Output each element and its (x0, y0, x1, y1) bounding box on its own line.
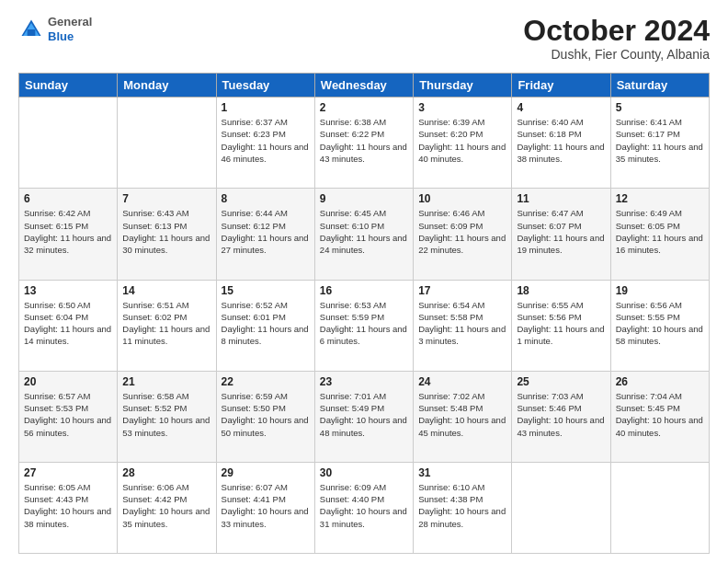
page: General Blue October 2024 Dushk, Fier Co… (0, 0, 728, 563)
day-detail: Sunrise: 6:09 AM Sunset: 4:40 PM Dayligh… (320, 481, 408, 530)
table-row (118, 98, 216, 189)
day-number: 23 (320, 375, 408, 388)
calendar-subtitle: Dushk, Fier County, Albania (523, 47, 710, 62)
table-row: 12Sunrise: 6:49 AM Sunset: 6:05 PM Dayli… (610, 189, 709, 280)
day-number: 11 (517, 192, 605, 205)
table-row: 23Sunrise: 7:01 AM Sunset: 5:49 PM Dayli… (314, 371, 413, 462)
day-number: 10 (418, 192, 506, 205)
table-row: 11Sunrise: 6:47 AM Sunset: 6:07 PM Dayli… (512, 189, 610, 280)
calendar-row: 27Sunrise: 6:05 AM Sunset: 4:43 PM Dayli… (19, 462, 710, 553)
logo-general: General (48, 15, 92, 29)
table-row: 14Sunrise: 6:51 AM Sunset: 6:02 PM Dayli… (118, 280, 216, 371)
day-number: 3 (418, 101, 506, 114)
table-row: 7Sunrise: 6:43 AM Sunset: 6:13 PM Daylig… (118, 189, 216, 280)
logo-text: General Blue (48, 15, 92, 43)
col-saturday: Saturday (610, 74, 709, 98)
table-row: 1Sunrise: 6:37 AM Sunset: 6:23 PM Daylig… (216, 98, 314, 189)
calendar-table: Sunday Monday Tuesday Wednesday Thursday… (18, 73, 710, 554)
day-detail: Sunrise: 6:46 AM Sunset: 6:09 PM Dayligh… (418, 207, 506, 256)
calendar-row: 20Sunrise: 6:57 AM Sunset: 5:53 PM Dayli… (19, 371, 710, 462)
table-row: 5Sunrise: 6:41 AM Sunset: 6:17 PM Daylig… (610, 98, 709, 189)
day-detail: Sunrise: 6:57 AM Sunset: 5:53 PM Dayligh… (24, 390, 112, 439)
table-row: 2Sunrise: 6:38 AM Sunset: 6:22 PM Daylig… (314, 98, 413, 189)
day-number: 20 (24, 375, 112, 388)
day-number: 19 (616, 284, 704, 297)
table-row: 16Sunrise: 6:53 AM Sunset: 5:59 PM Dayli… (314, 280, 413, 371)
table-row (19, 98, 118, 189)
day-detail: Sunrise: 6:37 AM Sunset: 6:23 PM Dayligh… (222, 116, 310, 165)
calendar-row: 13Sunrise: 6:50 AM Sunset: 6:04 PM Dayli… (19, 280, 710, 371)
table-row: 8Sunrise: 6:44 AM Sunset: 6:12 PM Daylig… (216, 189, 314, 280)
table-row (512, 462, 610, 553)
table-row: 15Sunrise: 6:52 AM Sunset: 6:01 PM Dayli… (216, 280, 314, 371)
table-row: 10Sunrise: 6:46 AM Sunset: 6:09 PM Dayli… (414, 189, 512, 280)
day-detail: Sunrise: 6:55 AM Sunset: 5:56 PM Dayligh… (517, 299, 605, 348)
table-row: 4Sunrise: 6:40 AM Sunset: 6:18 PM Daylig… (512, 98, 610, 189)
day-detail: Sunrise: 6:38 AM Sunset: 6:22 PM Dayligh… (320, 116, 408, 165)
day-detail: Sunrise: 6:45 AM Sunset: 6:10 PM Dayligh… (320, 207, 408, 256)
col-wednesday: Wednesday (314, 74, 413, 98)
day-number: 4 (517, 101, 605, 114)
title-block: October 2024 Dushk, Fier County, Albania (523, 15, 710, 62)
day-detail: Sunrise: 6:47 AM Sunset: 6:07 PM Dayligh… (517, 207, 605, 256)
day-number: 17 (418, 284, 506, 297)
logo-blue: Blue (48, 29, 92, 44)
calendar-row: 6Sunrise: 6:42 AM Sunset: 6:15 PM Daylig… (19, 189, 710, 280)
day-number: 15 (222, 284, 310, 297)
day-detail: Sunrise: 6:53 AM Sunset: 5:59 PM Dayligh… (320, 299, 408, 348)
day-detail: Sunrise: 7:04 AM Sunset: 5:45 PM Dayligh… (616, 390, 704, 439)
col-monday: Monday (118, 74, 216, 98)
day-detail: Sunrise: 7:01 AM Sunset: 5:49 PM Dayligh… (320, 390, 408, 439)
day-detail: Sunrise: 6:44 AM Sunset: 6:12 PM Dayligh… (222, 207, 310, 256)
day-detail: Sunrise: 6:50 AM Sunset: 6:04 PM Dayligh… (24, 299, 112, 348)
day-number: 9 (320, 192, 408, 205)
day-detail: Sunrise: 6:05 AM Sunset: 4:43 PM Dayligh… (24, 481, 112, 530)
day-number: 31 (418, 466, 506, 479)
table-row: 6Sunrise: 6:42 AM Sunset: 6:15 PM Daylig… (19, 189, 118, 280)
day-number: 7 (122, 192, 210, 205)
day-detail: Sunrise: 6:51 AM Sunset: 6:02 PM Dayligh… (122, 299, 210, 348)
table-row (610, 462, 709, 553)
table-row: 18Sunrise: 6:55 AM Sunset: 5:56 PM Dayli… (512, 280, 610, 371)
day-number: 13 (24, 284, 112, 297)
header-row: Sunday Monday Tuesday Wednesday Thursday… (19, 74, 710, 98)
table-row: 24Sunrise: 7:02 AM Sunset: 5:48 PM Dayli… (414, 371, 512, 462)
table-row: 28Sunrise: 6:06 AM Sunset: 4:42 PM Dayli… (118, 462, 216, 553)
day-number: 8 (222, 192, 310, 205)
day-number: 16 (320, 284, 408, 297)
day-number: 28 (122, 466, 210, 479)
day-number: 2 (320, 101, 408, 114)
day-detail: Sunrise: 6:06 AM Sunset: 4:42 PM Dayligh… (122, 481, 210, 530)
day-number: 24 (418, 375, 506, 388)
day-detail: Sunrise: 6:39 AM Sunset: 6:20 PM Dayligh… (418, 116, 506, 165)
day-number: 21 (122, 375, 210, 388)
col-tuesday: Tuesday (216, 74, 314, 98)
day-detail: Sunrise: 7:02 AM Sunset: 5:48 PM Dayligh… (418, 390, 506, 439)
day-detail: Sunrise: 7:03 AM Sunset: 5:46 PM Dayligh… (517, 390, 605, 439)
svg-rect-2 (28, 29, 36, 36)
day-number: 18 (517, 284, 605, 297)
day-number: 27 (24, 466, 112, 479)
logo-icon (18, 17, 44, 42)
col-sunday: Sunday (19, 74, 118, 98)
day-detail: Sunrise: 6:59 AM Sunset: 5:50 PM Dayligh… (222, 390, 310, 439)
day-number: 14 (122, 284, 210, 297)
table-row: 29Sunrise: 6:07 AM Sunset: 4:41 PM Dayli… (216, 462, 314, 553)
col-friday: Friday (512, 74, 610, 98)
day-detail: Sunrise: 6:42 AM Sunset: 6:15 PM Dayligh… (24, 207, 112, 256)
day-number: 25 (517, 375, 605, 388)
table-row: 21Sunrise: 6:58 AM Sunset: 5:52 PM Dayli… (118, 371, 216, 462)
table-row: 25Sunrise: 7:03 AM Sunset: 5:46 PM Dayli… (512, 371, 610, 462)
table-row: 3Sunrise: 6:39 AM Sunset: 6:20 PM Daylig… (414, 98, 512, 189)
day-detail: Sunrise: 6:56 AM Sunset: 5:55 PM Dayligh… (616, 299, 704, 348)
day-number: 26 (616, 375, 704, 388)
day-number: 12 (616, 192, 704, 205)
table-row: 22Sunrise: 6:59 AM Sunset: 5:50 PM Dayli… (216, 371, 314, 462)
table-row: 19Sunrise: 6:56 AM Sunset: 5:55 PM Dayli… (610, 280, 709, 371)
table-row: 30Sunrise: 6:09 AM Sunset: 4:40 PM Dayli… (314, 462, 413, 553)
header: General Blue October 2024 Dushk, Fier Co… (18, 15, 710, 62)
day-detail: Sunrise: 6:10 AM Sunset: 4:38 PM Dayligh… (418, 481, 506, 530)
day-detail: Sunrise: 6:52 AM Sunset: 6:01 PM Dayligh… (222, 299, 310, 348)
table-row: 31Sunrise: 6:10 AM Sunset: 4:38 PM Dayli… (414, 462, 512, 553)
logo: General Blue (18, 15, 92, 43)
